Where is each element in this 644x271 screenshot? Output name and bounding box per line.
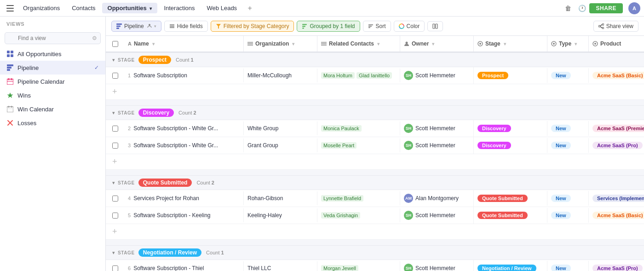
row-product-6: Acme SaaS (Pro) — [589, 261, 644, 271]
row-owner-5: SH Scott Hemmeter — [400, 207, 474, 224]
row-select-1[interactable] — [112, 73, 118, 79]
nav-organizations[interactable]: Organizations — [17, 3, 65, 13]
row-checkbox-3[interactable] — [106, 143, 124, 149]
svg-rect-31 — [302, 28, 304, 29]
row-owner-6: SH Scott Hemmeter — [400, 260, 474, 271]
pipeline-view-icon — [116, 23, 122, 29]
add-row-discovery[interactable]: + — [106, 154, 644, 170]
col-header-org[interactable]: Organization ▾ — [244, 36, 317, 52]
row-stage-1: Prospect — [474, 68, 547, 83]
color-btn[interactable]: Color — [394, 21, 425, 32]
pipeline-view-btn[interactable]: Pipeline ▾ — [111, 21, 161, 32]
gear-icon[interactable]: ⚙ — [92, 35, 97, 41]
col-header-product[interactable]: Product — [589, 36, 644, 52]
share-button[interactable]: SHARE — [589, 3, 623, 13]
col-sort-type-icon: ▾ — [575, 41, 577, 46]
row-checkbox-5[interactable] — [106, 213, 124, 219]
col-header-stage[interactable]: Stage ▾ — [474, 36, 547, 52]
contact-chip: Glad Ianittello — [356, 72, 392, 79]
row-checkbox-6[interactable] — [106, 265, 124, 271]
svg-point-55 — [594, 43, 596, 45]
sidebar-item-all-opportunities[interactable]: All Opportunities — [0, 47, 105, 61]
stage-badge-4: Quote Submitted — [477, 195, 528, 202]
row-select-5[interactable] — [112, 213, 118, 219]
owner-avatar-1: SH — [404, 71, 413, 80]
nav-interactions[interactable]: Interactions — [158, 3, 200, 13]
sidebar-label-pipeline: Pipeline — [17, 64, 91, 71]
sidebar-item-pipeline-calendar[interactable]: Pipeline Calendar — [0, 75, 105, 88]
select-all-checkbox[interactable] — [112, 41, 118, 47]
group-toggle-quote[interactable]: ▾ — [112, 180, 115, 186]
table-wrap: A Name ▾ Organization ▾ Related Contacts — [106, 36, 644, 271]
row-name-1: 1 Software Subscription — [124, 69, 244, 82]
filtered-by-btn[interactable]: Filtered by Stage Category — [211, 21, 294, 32]
nav-contacts[interactable]: Contacts — [66, 3, 101, 13]
sidebar-item-win-calendar[interactable]: Win Calendar — [0, 102, 105, 116]
product-badge-2: Acme SaaS (Premier) — [592, 125, 644, 132]
svg-point-39 — [602, 23, 604, 25]
type-badge-4: New — [551, 195, 571, 202]
group-header-quote: ▾ STAGE Quote Submitted Count 2 — [106, 175, 644, 190]
add-tab-button[interactable]: + — [243, 2, 256, 15]
row-stage-2: Discovery — [474, 121, 547, 136]
col-header-contacts[interactable]: Related Contacts ▾ — [317, 36, 400, 52]
row-checkbox-4[interactable] — [106, 196, 124, 202]
row-name-6: 6 Software Subscription - Thiel — [124, 261, 244, 271]
group-badge-quote: Quote Submitted — [138, 179, 192, 187]
add-row-quote[interactable]: + — [106, 224, 644, 240]
group-prospect: ▾ STAGE Prospect Count 1 1 Software Subs… — [106, 52, 644, 100]
sidebar-item-losses[interactable]: Losses — [0, 116, 105, 130]
history-icon[interactable]: 🕐 — [575, 2, 588, 15]
group-badge-negotiation: Negotiation / Review — [138, 248, 201, 257]
row-contacts-2: Monica Paulack — [317, 121, 400, 135]
svg-rect-8 — [7, 67, 12, 69]
row-select-6[interactable] — [112, 265, 118, 271]
nav-webleads[interactable]: Web Leads — [201, 3, 243, 13]
stage-badge-2: Discovery — [477, 125, 511, 132]
row-org-6: Thiel LLC — [244, 261, 317, 271]
group-toggle-prospect[interactable]: ▾ — [112, 57, 115, 63]
svg-point-38 — [598, 25, 600, 27]
row-stage-4: Quote Submitted — [474, 191, 547, 206]
svg-rect-11 — [8, 78, 9, 80]
group-toggle-discovery[interactable]: ▾ — [112, 110, 115, 116]
col-header-type[interactable]: Type ▾ — [547, 36, 589, 52]
contact-chip: Moselle Peart — [321, 142, 356, 149]
col-header-name[interactable]: A Name ▾ — [124, 36, 244, 52]
row-select-2[interactable] — [112, 126, 118, 132]
row-type-5: New — [547, 208, 589, 223]
col-header-owner[interactable]: Owner ▾ — [400, 36, 474, 52]
row-type-3: New — [547, 138, 589, 153]
sidebar-item-wins[interactable]: Wins — [0, 88, 105, 102]
sort-btn[interactable]: Sort — [363, 21, 391, 32]
row-contacts-1: Mora Holtum Glad Ianittello — [317, 69, 400, 82]
share-view-btn[interactable]: Share view — [593, 21, 638, 32]
column-icon-btn[interactable] — [427, 21, 443, 31]
svg-point-24 — [149, 24, 150, 26]
trash-icon[interactable]: 🗑 — [562, 2, 575, 15]
type-badge-5: New — [551, 212, 571, 219]
row-checkbox-2[interactable] — [106, 126, 124, 132]
type-badge-6: New — [551, 265, 571, 271]
nav-opportunities[interactable]: Opportunities ▾ — [102, 3, 158, 13]
calendar-icon — [6, 78, 14, 85]
find-view-input[interactable] — [5, 32, 101, 44]
hide-fields-btn[interactable]: Hide fields — [164, 21, 208, 32]
main-table-area: A Name ▾ Organization ▾ Related Contacts — [106, 36, 644, 271]
owner-col-icon — [404, 41, 409, 46]
grouped-by-btn[interactable]: Grouped by 1 field — [297, 21, 360, 32]
product-badge-5: Acme SaaS (Basic) — [592, 212, 644, 219]
row-checkbox-1[interactable] — [106, 73, 124, 79]
svg-rect-17 — [11, 106, 12, 108]
row-select-4[interactable] — [112, 196, 118, 202]
row-select-3[interactable] — [112, 143, 118, 149]
sidebar-item-pipeline[interactable]: Pipeline ✓ — [0, 61, 105, 75]
contact-chip: Lynnette Brafield — [321, 195, 363, 202]
group-discovery: ▾ STAGE Discovery Count 2 2 Software Sub… — [106, 105, 644, 170]
group-toggle-negotiation[interactable]: ▾ — [112, 250, 115, 256]
user-avatar[interactable]: A — [628, 2, 640, 14]
hamburger-menu[interactable] — [4, 2, 17, 15]
filter-icon — [216, 23, 221, 29]
add-row-prospect[interactable]: + — [106, 84, 644, 100]
app-container: Organizations Contacts Opportunities ▾ I… — [0, 0, 644, 271]
